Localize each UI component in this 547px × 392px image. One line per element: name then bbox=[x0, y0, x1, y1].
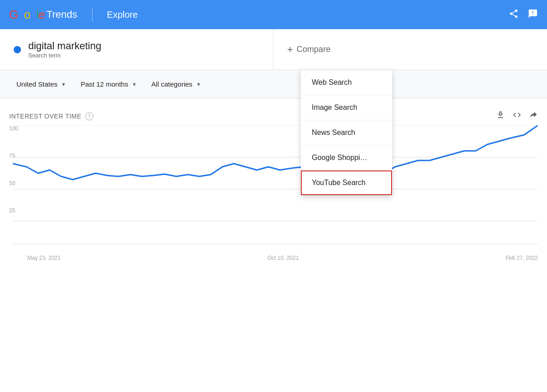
dropdown-item-news-search[interactable]: News Search bbox=[301, 120, 392, 145]
search-dot bbox=[14, 46, 21, 53]
y-label-100: 100 bbox=[9, 125, 18, 132]
share-icon[interactable] bbox=[509, 9, 519, 21]
filter-bar: United States ▼ Past 12 months ▼ All cat… bbox=[0, 70, 547, 98]
logo-trends-text: Trends bbox=[46, 9, 77, 21]
header-title: Explore bbox=[107, 10, 138, 20]
header-left: Google Trends Explore bbox=[9, 8, 138, 22]
logo-google-text: Google bbox=[9, 8, 45, 22]
x-label-oct: Oct 10, 2021 bbox=[268, 255, 299, 261]
dropdown-item-image-search[interactable]: Image Search bbox=[301, 95, 392, 120]
category-dropdown-arrow: ▼ bbox=[196, 82, 201, 87]
y-label-75: 75 bbox=[9, 153, 18, 159]
share-line-icon[interactable] bbox=[529, 110, 538, 122]
filter-category-label: All categories bbox=[151, 80, 192, 88]
dropdown-item-web-search[interactable]: Web Search bbox=[301, 70, 392, 95]
filter-time-range[interactable]: Past 12 months ▼ bbox=[73, 77, 144, 92]
compare-label: Compare bbox=[297, 45, 330, 54]
chart-x-labels: May 23, 2021 Oct 10, 2021 Feb 27, 2022 bbox=[9, 253, 538, 261]
compare-section: + Compare bbox=[274, 29, 547, 70]
embed-icon[interactable] bbox=[512, 110, 521, 122]
chart-title-area: Interest over time ? bbox=[9, 112, 93, 120]
filter-region-label: United States bbox=[16, 80, 57, 88]
header-right bbox=[509, 9, 538, 21]
search-term-section: digital marketing Search term bbox=[0, 29, 274, 70]
x-label-feb: Feb 27, 2022 bbox=[506, 255, 538, 261]
y-label-50: 50 bbox=[9, 180, 18, 186]
chart-y-labels: 100 75 50 25 bbox=[9, 125, 18, 244]
header-divider bbox=[92, 8, 93, 21]
chart-svg bbox=[13, 125, 538, 253]
feedback-icon[interactable] bbox=[528, 9, 538, 21]
region-dropdown-arrow: ▼ bbox=[61, 82, 66, 87]
compare-button[interactable]: + Compare bbox=[287, 44, 330, 56]
filter-region[interactable]: United States ▼ bbox=[9, 77, 73, 92]
search-term-name[interactable]: digital marketing bbox=[28, 40, 101, 52]
chart-section: Interest over time ? 100 75 50 25 bbox=[0, 98, 547, 261]
logo: Google Trends bbox=[9, 8, 77, 22]
dropdown-item-youtube-search[interactable]: YouTube Search bbox=[301, 170, 392, 195]
dropdown-item-google-shopping[interactable]: Google Shoppi… bbox=[301, 145, 392, 170]
filter-category[interactable]: All categories ▼ bbox=[144, 77, 208, 92]
search-term-label: Search term bbox=[28, 52, 101, 59]
compare-plus-icon: + bbox=[287, 44, 293, 56]
chart-title: Interest over time bbox=[9, 113, 82, 120]
time-dropdown-arrow: ▼ bbox=[132, 82, 137, 87]
chart-header: Interest over time ? bbox=[9, 103, 538, 125]
header: Google Trends Explore bbox=[0, 0, 547, 29]
search-area: digital marketing Search term + Compare bbox=[0, 29, 547, 70]
filter-time-label: Past 12 months bbox=[81, 80, 128, 88]
search-term-text: digital marketing Search term bbox=[28, 40, 101, 59]
chart-container: 100 75 50 25 bbox=[9, 125, 538, 261]
help-icon[interactable]: ? bbox=[85, 112, 93, 120]
y-label-25: 25 bbox=[9, 207, 18, 214]
search-type-dropdown: Web Search Image Search News Search Goog… bbox=[301, 70, 392, 195]
download-icon[interactable] bbox=[496, 110, 505, 122]
x-label-may: May 23, 2021 bbox=[27, 255, 61, 261]
chart-actions bbox=[496, 110, 538, 122]
